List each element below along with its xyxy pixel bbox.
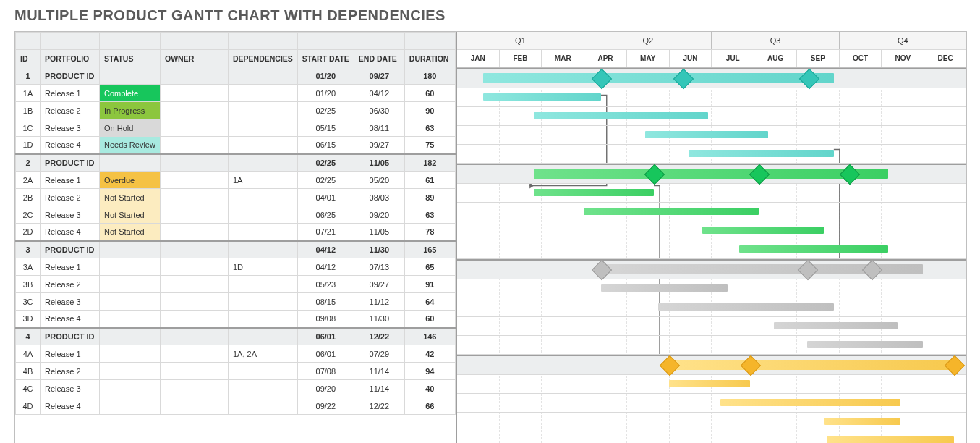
cell-owner[interactable] <box>161 293 229 311</box>
cell-portfolio[interactable]: Release 2 <box>41 363 100 380</box>
cell-portfolio[interactable]: PRODUCT ID <box>41 67 100 85</box>
cell-portfolio[interactable]: PRODUCT ID <box>41 241 100 258</box>
cell-start[interactable]: 09/08 <box>297 311 354 328</box>
cell-dependencies[interactable] <box>229 206 298 224</box>
cell-start[interactable]: 08/15 <box>297 293 354 311</box>
col-dependencies[interactable]: DEPENDENCIES <box>229 50 298 67</box>
cell-portfolio[interactable]: Release 3 <box>41 293 100 311</box>
table-row[interactable]: 1BRelease 2In Progress02/2506/3090 <box>16 102 456 119</box>
cell-end[interactable]: 11/12 <box>354 293 404 311</box>
gantt-row[interactable] <box>457 240 966 259</box>
gantt-row[interactable] <box>457 222 966 240</box>
cell-id[interactable]: 1 <box>16 67 41 85</box>
cell-id[interactable]: 2C <box>16 206 41 224</box>
table-row[interactable]: 3DRelease 409/0811/3060 <box>16 311 456 328</box>
cell-dependencies[interactable] <box>229 119 298 137</box>
gantt-bar[interactable] <box>824 418 900 425</box>
cell-end[interactable]: 06/30 <box>354 102 404 119</box>
gantt-row[interactable] <box>457 298 966 317</box>
cell-start[interactable]: 01/20 <box>297 85 354 102</box>
gantt-row[interactable] <box>457 88 966 107</box>
cell-start[interactable]: 06/25 <box>297 206 354 224</box>
gantt-bar[interactable] <box>720 399 900 406</box>
milestone-diamond-icon[interactable] <box>840 164 860 185</box>
cell-dependencies[interactable] <box>229 189 298 206</box>
cell-status[interactable]: On Hold <box>100 119 161 137</box>
gantt-row[interactable] <box>457 107 966 126</box>
cell-id[interactable]: 1B <box>16 102 41 119</box>
cell-end[interactable]: 07/29 <box>354 345 404 363</box>
cell-duration[interactable]: 94 <box>404 363 455 380</box>
cell-duration[interactable]: 60 <box>404 311 455 328</box>
cell-end[interactable]: 11/14 <box>354 380 404 397</box>
milestone-diamond-icon[interactable] <box>749 164 769 185</box>
cell-dependencies[interactable] <box>229 293 298 311</box>
cell-status[interactable] <box>100 328 161 345</box>
cell-end[interactable]: 11/30 <box>354 311 404 328</box>
cell-dependencies[interactable] <box>229 276 298 293</box>
cell-owner[interactable] <box>161 85 229 102</box>
cell-dependencies[interactable] <box>229 328 298 345</box>
gantt-row[interactable] <box>457 279 966 298</box>
gantt-row[interactable] <box>457 413 966 431</box>
cell-owner[interactable] <box>161 119 229 137</box>
cell-end[interactable]: 07/13 <box>354 258 404 276</box>
cell-duration[interactable]: 63 <box>404 119 455 137</box>
cell-duration[interactable]: 64 <box>404 293 455 311</box>
cell-portfolio[interactable]: Release 2 <box>41 189 100 206</box>
cell-portfolio[interactable]: Release 4 <box>41 137 100 154</box>
cell-status[interactable] <box>100 380 161 397</box>
gantt-row[interactable] <box>457 317 966 336</box>
gantt-row[interactable] <box>457 375 966 394</box>
cell-end[interactable]: 04/12 <box>354 85 404 102</box>
cell-id[interactable]: 2B <box>16 189 41 206</box>
cell-start[interactable]: 04/12 <box>297 241 354 258</box>
cell-duration[interactable]: 42 <box>404 345 455 363</box>
milestone-diamond-icon[interactable] <box>673 69 694 89</box>
col-end[interactable]: END DATE <box>354 50 404 67</box>
cell-end[interactable]: 09/27 <box>354 137 404 154</box>
gantt-bar[interactable] <box>601 284 728 292</box>
cell-status[interactable] <box>100 397 161 415</box>
cell-dependencies[interactable] <box>229 397 298 415</box>
gantt-bar[interactable] <box>739 245 888 253</box>
cell-id[interactable]: 4D <box>16 397 41 415</box>
table-row[interactable]: 4ARelease 11A, 2A06/0107/2942 <box>16 345 456 363</box>
table-row[interactable]: 2BRelease 2Not Started04/0108/0389 <box>16 189 456 206</box>
cell-portfolio[interactable]: Release 1 <box>41 258 100 276</box>
gantt-row[interactable] <box>457 126 966 145</box>
cell-portfolio[interactable]: Release 4 <box>41 224 100 241</box>
cell-id[interactable]: 3D <box>16 311 41 328</box>
cell-owner[interactable] <box>161 363 229 380</box>
milestone-diamond-icon[interactable] <box>798 260 818 280</box>
cell-status[interactable] <box>100 293 161 311</box>
cell-owner[interactable] <box>161 102 229 119</box>
cell-portfolio[interactable]: Release 1 <box>41 85 100 102</box>
cell-id[interactable]: 1C <box>16 119 41 137</box>
cell-portfolio[interactable]: Release 4 <box>41 397 100 415</box>
cell-dependencies[interactable]: 1D <box>229 258 298 276</box>
cell-id[interactable]: 2A <box>16 172 41 189</box>
cell-start[interactable]: 05/23 <box>297 276 354 293</box>
table-row[interactable]: 2DRelease 4Not Started07/2111/0578 <box>16 224 456 241</box>
cell-dependencies[interactable] <box>229 154 298 172</box>
cell-end[interactable]: 11/14 <box>354 363 404 380</box>
table-row[interactable]: 2CRelease 3Not Started06/2509/2063 <box>16 206 456 224</box>
milestone-diamond-icon[interactable] <box>644 164 665 185</box>
gantt-row[interactable] <box>457 259 966 279</box>
table-row[interactable]: 4BRelease 207/0811/1494 <box>16 363 456 380</box>
cell-owner[interactable] <box>161 137 229 154</box>
cell-owner[interactable] <box>161 189 229 206</box>
gantt-row[interactable] <box>457 336 966 355</box>
cell-portfolio[interactable]: Release 4 <box>41 311 100 328</box>
gantt-row[interactable] <box>457 431 966 443</box>
cell-portfolio[interactable]: Release 2 <box>41 102 100 119</box>
cell-id[interactable]: 4C <box>16 380 41 397</box>
cell-duration[interactable]: 180 <box>404 67 455 85</box>
cell-owner[interactable] <box>161 172 229 189</box>
gantt-bar[interactable] <box>534 189 654 196</box>
cell-status[interactable] <box>100 241 161 258</box>
cell-start[interactable]: 06/15 <box>297 137 354 154</box>
table-row[interactable]: 1CRelease 3On Hold05/1508/1163 <box>16 119 456 137</box>
cell-end[interactable]: 05/20 <box>354 172 404 189</box>
